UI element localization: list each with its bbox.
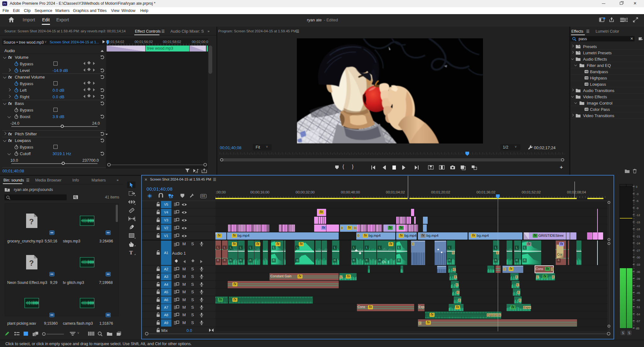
svg-text:?: ? — [29, 259, 34, 267]
svg-text:?: ? — [29, 217, 34, 226]
